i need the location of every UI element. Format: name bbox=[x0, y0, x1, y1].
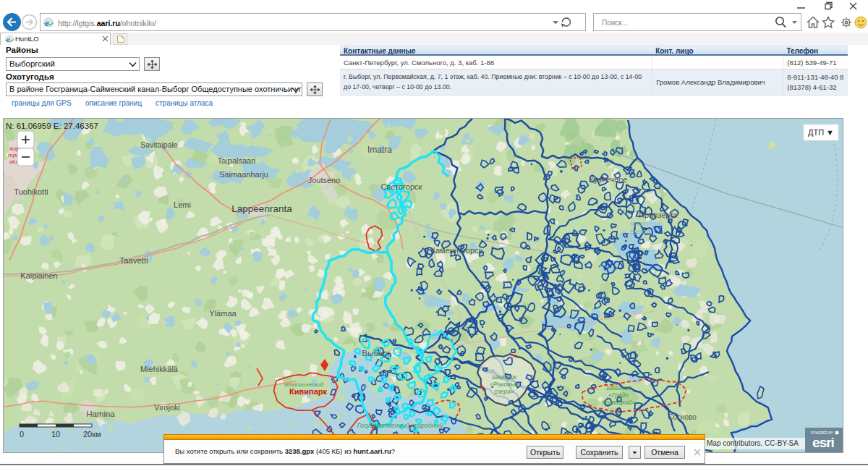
svg-text:заказник: заказник bbox=[491, 373, 517, 381]
svg-text:Каменногорск: Каменногорск bbox=[431, 246, 482, 255]
svg-text:озеро: озеро bbox=[630, 220, 647, 227]
svg-text:Virojoki: Virojoki bbox=[154, 403, 180, 412]
svg-text:esri: esri bbox=[812, 435, 834, 450]
svg-text:N: 61.06959 E: 27.46367: N: 61.06959 E: 27.46367 bbox=[6, 122, 98, 130]
svg-text:e: e bbox=[7, 35, 10, 43]
svg-text:10: 10 bbox=[51, 430, 60, 439]
svg-text:Государственный природный: Государственный природный bbox=[357, 422, 443, 429]
svg-text:Tuohikotti: Tuohikotti bbox=[14, 187, 48, 196]
svg-text:Выборг: Выборг bbox=[362, 349, 391, 357]
svg-text:Вуокса: Вуокса bbox=[629, 228, 650, 235]
svg-text:e: e bbox=[45, 17, 49, 28]
svg-text:Lemi: Lemi bbox=[174, 200, 191, 209]
svg-text:Kaipiainen: Kaipiainen bbox=[20, 271, 57, 280]
svg-text:Колвицкий»: Колвицкий» bbox=[602, 399, 636, 406]
svg-text:Savitaipale: Savitaipale bbox=[140, 140, 178, 149]
svg-text:Кивипарк: Кивипарк bbox=[289, 387, 327, 396]
svg-text:Imatra: Imatra bbox=[367, 145, 392, 155]
svg-text:«Грядо: «Грядо bbox=[608, 391, 629, 399]
svg-text:Кузнечное: Кузнечное bbox=[590, 175, 628, 184]
svg-text:«Раковые: «Раковые bbox=[490, 381, 519, 388]
svg-text:Светогорск: Светогорск bbox=[381, 182, 422, 191]
svg-text:ДТП ▼: ДТП ▼ bbox=[808, 128, 834, 137]
svg-text:озера»: озера» bbox=[494, 388, 514, 395]
svg-text:0: 0 bbox=[20, 430, 24, 439]
svg-text:Map contributors, CC-BY-SA: Map contributors, CC-BY-SA bbox=[707, 439, 799, 447]
svg-text:Taavetti: Taavetti bbox=[119, 256, 148, 265]
svg-text:Lappeenranta: Lappeenranta bbox=[231, 203, 292, 214]
svg-text:Приозерск: Приозерск bbox=[639, 211, 678, 219]
svg-text:Saimaanharju: Saimaanharju bbox=[219, 170, 268, 179]
svg-text:Taipalsaari: Taipalsaari bbox=[218, 156, 256, 165]
svg-text:Ylämaa: Ylämaa bbox=[209, 309, 237, 318]
svg-text:Miehikkälä: Miehikkälä bbox=[140, 365, 179, 373]
svg-text:Joutseno: Joutseno bbox=[308, 176, 341, 185]
svg-text:Сосново: Сосново bbox=[668, 413, 697, 421]
svg-text:20км: 20км bbox=[83, 430, 101, 439]
svg-text:зоологический: зоологический bbox=[284, 381, 324, 388]
svg-text:заказник: заказник bbox=[605, 384, 631, 391]
svg-text:Hamina: Hamina bbox=[86, 410, 115, 418]
